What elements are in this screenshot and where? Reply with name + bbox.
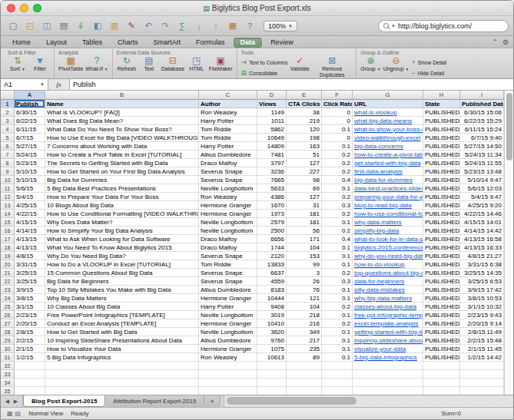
- cell-H19[interactable]: PUBLISHED: [423, 252, 460, 260]
- cell-A29[interactable]: 2/2/15: [15, 336, 45, 345]
- cell-F19[interactable]: 0.1: [322, 252, 353, 260]
- row-header-35[interactable]: 35: [1, 387, 15, 395]
- cell-H5[interactable]: PUBLISHED: [423, 134, 460, 142]
- cell-B35[interactable]: [45, 387, 199, 395]
- cell-E32[interactable]: [287, 362, 322, 370]
- cell-D33[interactable]: [257, 370, 287, 379]
- cell-A28[interactable]: 2/8/15: [15, 328, 45, 336]
- cell-I34[interactable]: [460, 379, 504, 387]
- cell-B33[interactable]: [45, 370, 199, 379]
- cell-H20[interactable]: PUBLISHED: [423, 260, 460, 269]
- cell-C25[interactable]: Harry Potter: [199, 303, 257, 311]
- cell-H16[interactable]: PUBLISHED: [423, 227, 460, 235]
- cell-A14[interactable]: 4/22/15: [15, 210, 45, 218]
- cell-E35[interactable]: [287, 387, 322, 395]
- cell-E1[interactable]: CTA Clicks: [287, 100, 322, 108]
- cell-G17[interactable]: what-to-look-for-in-data-software: [353, 235, 423, 243]
- cell-D11[interactable]: 5633: [257, 184, 287, 193]
- cell-F27[interactable]: 0.2: [322, 319, 353, 328]
- cell-B13[interactable]: 10 Blogs About Big Data: [45, 201, 199, 210]
- cell-F33[interactable]: [322, 370, 353, 379]
- cell-E21[interactable]: 3: [287, 269, 322, 277]
- cell-G27[interactable]: excel-template-analysis: [353, 319, 423, 328]
- row-header-11[interactable]: 11: [1, 184, 15, 193]
- cell-C30[interactable]: Hermione Granger: [199, 345, 257, 353]
- cell-H31[interactable]: PUBLISHED: [423, 353, 460, 362]
- cell-G2[interactable]: what-is-vlookup: [353, 108, 423, 117]
- cell-C3[interactable]: Harry Potter: [199, 117, 257, 125]
- cell-H6[interactable]: PUBLISHED: [423, 142, 460, 150]
- format-painter-icon[interactable]: ✎: [124, 18, 139, 33]
- sort-descending-icon[interactable]: ↑: [208, 18, 224, 33]
- cell-C19[interactable]: Severus Snape: [199, 252, 257, 260]
- cell-B21[interactable]: 15 Common Questions About Big Data: [45, 269, 199, 277]
- cell-H25[interactable]: PUBLISHED: [423, 303, 460, 311]
- cell-E29[interactable]: 217: [287, 336, 322, 345]
- cell-D7[interactable]: 7481: [257, 150, 287, 159]
- cell-I6[interactable]: 5/27/15 14:50: [460, 142, 504, 150]
- row-header-1[interactable]: 1: [1, 100, 15, 108]
- cell-A21[interactable]: 3/25/15: [15, 269, 45, 277]
- cell-F34[interactable]: [322, 379, 353, 387]
- cell-D19[interactable]: 2120: [257, 252, 287, 260]
- cell-I11[interactable]: 5/6/15 12:03: [460, 184, 504, 193]
- cell-E31[interactable]: 89: [287, 353, 322, 362]
- help-icon[interactable]: ?: [242, 18, 257, 33]
- cell-C31[interactable]: Ron Weasley: [199, 353, 257, 362]
- cell-B16[interactable]: How to Simplify Your Big Data Analysis: [45, 227, 199, 235]
- cell-G20[interactable]: how-to-do-vlookup: [353, 260, 423, 269]
- row-header-15[interactable]: 15: [1, 218, 15, 227]
- cell-D13[interactable]: 1670: [257, 201, 287, 210]
- row-header-7[interactable]: 7: [1, 150, 15, 159]
- cell-C24[interactable]: Hermione Granger: [199, 294, 257, 303]
- row-header-16[interactable]: 16: [1, 227, 15, 235]
- cell-I15[interactable]: 4/15/15 14:01: [460, 218, 504, 227]
- cell-H30[interactable]: PUBLISHED: [423, 345, 460, 353]
- cell-F10[interactable]: 0.4: [322, 176, 353, 184]
- row-header-6[interactable]: 6: [1, 142, 15, 150]
- ribbon-button-validate[interactable]: ✓Validate: [290, 56, 310, 72]
- cell-H34[interactable]: [423, 379, 460, 387]
- cell-E4[interactable]: 120: [287, 125, 322, 134]
- cell-F2[interactable]: 0: [322, 108, 353, 117]
- minimize-window-button[interactable]: [20, 4, 28, 12]
- cell-D3[interactable]: 1011: [257, 117, 287, 125]
- cell-F14[interactable]: 0.2: [322, 210, 353, 218]
- row-header-24[interactable]: 24: [1, 294, 15, 303]
- cell-E24[interactable]: 121: [287, 294, 322, 303]
- cell-F4[interactable]: 0.1: [322, 125, 353, 134]
- column-header-e[interactable]: E: [287, 91, 322, 100]
- cell-E34[interactable]: [287, 379, 322, 387]
- cell-D27[interactable]: 10410: [257, 319, 287, 328]
- cell-I21[interactable]: 3/25/15 14:35: [460, 269, 504, 277]
- ribbon-button-html[interactable]: ◳HTML: [187, 56, 207, 72]
- cell-B34[interactable]: [45, 379, 199, 387]
- cell-D16[interactable]: 2500: [257, 227, 287, 235]
- cell-D15[interactable]: 2579: [257, 218, 287, 227]
- cell-I24[interactable]: 3/8/15 10:53: [460, 294, 504, 303]
- cell-I33[interactable]: [460, 370, 504, 379]
- autosum-icon[interactable]: ∑: [174, 18, 190, 33]
- cell-I17[interactable]: 4/13/15 16:58: [460, 235, 504, 243]
- cell-D30[interactable]: 1075: [257, 345, 287, 353]
- cell-G28[interactable]: getting-started-with-big-data: [353, 328, 423, 336]
- cell-H2[interactable]: PUBLISHED: [423, 108, 460, 117]
- vertical-scrollbar[interactable]: [504, 91, 513, 395]
- cell-E9[interactable]: 227: [287, 167, 322, 176]
- cell-G10[interactable]: big-data-for-dummies: [353, 176, 423, 184]
- zoom-window-button[interactable]: [33, 4, 41, 12]
- cell-D32[interactable]: [257, 362, 287, 370]
- cell-H13[interactable]: PUBLISHED: [423, 201, 460, 210]
- cell-E5[interactable]: 198: [287, 134, 322, 142]
- cell-H33[interactable]: [423, 370, 460, 379]
- ribbon-tab-layout[interactable]: Layout: [39, 38, 74, 48]
- cell-F22[interactable]: 0.3: [322, 277, 353, 286]
- row-header-9[interactable]: 9: [1, 167, 15, 176]
- cell-D9[interactable]: 3236: [257, 167, 287, 176]
- ribbon-button-pivottable[interactable]: ▦PivotTable: [58, 56, 83, 72]
- row-header-23[interactable]: 23: [1, 286, 15, 294]
- cell-D26[interactable]: 3019: [257, 311, 287, 319]
- cell-B23[interactable]: Top 10 Silly Mistakes You Make with Big …: [45, 286, 199, 294]
- row-header-18[interactable]: 18: [1, 243, 15, 252]
- cell-E2[interactable]: 38: [287, 108, 322, 117]
